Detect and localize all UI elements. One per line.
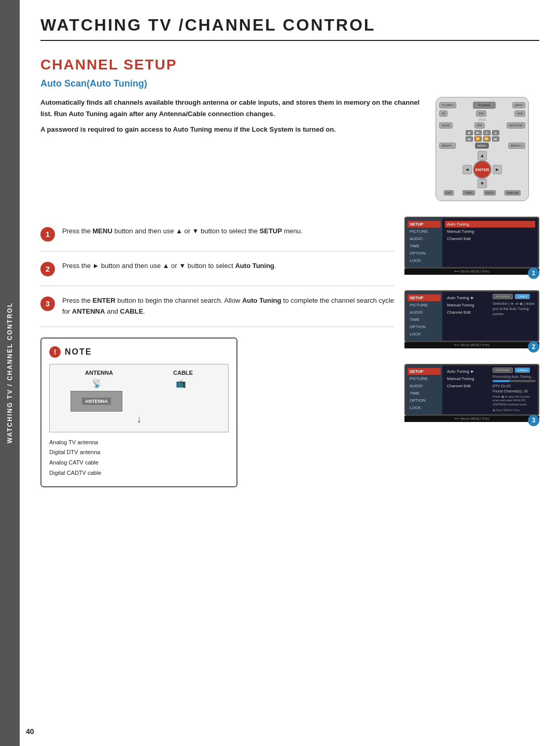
remote-top-row: TV INPUT POWER INPUT xyxy=(439,102,525,109)
nav-text: ◉ Next MENU Prev xyxy=(493,408,536,412)
scan-info: DTV Ch.23 Found Channel(s): 16 xyxy=(493,384,536,394)
step-3: 3 Press the ENTER button to begin the ch… xyxy=(40,286,394,327)
stop-btn: ■ xyxy=(466,130,473,135)
processing-text: Processing Auto Tuning... xyxy=(493,375,536,378)
scan-note: Press ◉ to stop the current scan and sta… xyxy=(493,395,536,407)
content-manualtuning-1: Manual Tuning xyxy=(445,228,535,235)
tv-content-2: Auto Tuning ► Manual Tuning Channel Edit xyxy=(442,292,491,341)
antenna-labels: ANTENNA CABLE xyxy=(55,370,223,376)
cable-label: CABLE xyxy=(173,370,193,376)
ratio-btn: RATIO xyxy=(484,190,496,195)
menu-setup-3: SETUP xyxy=(408,368,441,375)
screen-3-number: 3 xyxy=(528,415,539,426)
timer-btn: TIMER xyxy=(463,190,475,195)
tv-menu-1: SETUP PICTURE AUDIO TIME OPTION LOCK xyxy=(406,218,442,267)
menu-lock-2: LOCK xyxy=(408,331,441,337)
content-manualtuning-3: Manual Tuning xyxy=(445,375,488,382)
antenna-icon-left: 📡 xyxy=(92,378,102,388)
antenna-box-label: ANTENNA xyxy=(82,398,111,405)
input-btn: INPUT xyxy=(512,102,525,108)
screen-2: SETUP PICTURE AUDIO TIME OPTION LOCK Aut… xyxy=(404,290,539,348)
menu-audio-3: AUDIO xyxy=(408,383,441,389)
tv-bottom-1: ⟵ Move MENU Prev xyxy=(404,269,539,275)
screen-1-number: 1 xyxy=(528,268,539,279)
exit-btn: EXIT xyxy=(444,190,454,195)
content-channeledit-3: Channel Edit xyxy=(445,383,488,389)
content-autotuning-1: Auto Tuning xyxy=(445,221,535,228)
rewind-btn: ⏪ xyxy=(474,136,482,142)
sidebar: WATCHING TV / CHANNEL CONTROL xyxy=(0,0,20,746)
found-ch: Found Channel(s): 16 xyxy=(493,389,536,394)
antenna-icon-right: 📺 xyxy=(176,378,186,388)
next-btn: ⏭ xyxy=(492,136,499,142)
tv-sub-2: ANTENNA CABLE Selection ( ► or ◉ ) leads… xyxy=(491,292,538,341)
audio-row: AUDIO STB RECV/VOD xyxy=(439,122,525,129)
antenna-selector-2: ANTENNA CABLE xyxy=(493,294,536,299)
menu-time-3: TIME xyxy=(408,390,441,397)
dpad-middle: ◄ ENTER ► xyxy=(463,160,502,179)
step-2: 2 Press the ► button and then use ▲ or ▼… xyxy=(40,251,394,286)
note-item-3: Analog CATV cable xyxy=(49,458,229,468)
power-btn: POWER xyxy=(473,102,496,109)
content-channeledit-1: Channel Edit xyxy=(445,235,535,242)
screen-3: SETUP PICTURE AUDIO TIME OPTION LOCK Aut… xyxy=(404,364,539,422)
dvd-row: TV DVD VCR xyxy=(439,110,525,117)
steps-and-screens: 1 Press the MENU button and then use ▲ o… xyxy=(40,217,539,487)
menu-option-1: OPTION xyxy=(408,250,441,257)
description: Automatically finds all channels availab… xyxy=(40,97,420,201)
step-1-number: 1 xyxy=(40,227,55,242)
note-diagram: ANTENNA CABLE 📡 📺 ANTENNA ↓ xyxy=(49,364,229,432)
note-item-4: Digital CADTV cable xyxy=(49,468,229,478)
progress-bar xyxy=(493,380,510,382)
remote-illustration: TV INPUT POWER INPUT TV DVD VCR MODE AUD… xyxy=(436,97,539,201)
progress-bar-container xyxy=(493,380,536,382)
tv-screen-1: SETUP PICTURE AUDIO TIME OPTION LOCK Aut… xyxy=(404,217,539,269)
step-2-number: 2 xyxy=(40,262,55,276)
note-box: ! NOTE ANTENNA CABLE 📡 📺 xyxy=(40,337,237,487)
nav-row: ⏮ ⏪ ⏩ ⏭ xyxy=(439,136,525,142)
top-section: Automatically finds all channels availab… xyxy=(40,97,539,201)
tv-menu-2: SETUP PICTURE AUDIO TIME OPTION LOCK xyxy=(406,292,442,341)
mode-row: MODE xyxy=(439,118,525,121)
step-3-text: Press the ENTER button to begin the chan… xyxy=(62,295,394,317)
step-1: 1 Press the MENU button and then use ▲ o… xyxy=(40,217,394,251)
up-btn: ▲ xyxy=(478,151,487,160)
desc-para-1: Automatically finds all channels availab… xyxy=(40,97,420,120)
right-btn: ► xyxy=(493,165,502,174)
menu-picture-2: PICTURE xyxy=(408,302,441,308)
menu-setup-2: SETUP xyxy=(408,294,441,301)
content-channeledit-2: Channel Edit xyxy=(445,309,488,316)
menu-picture-1: PICTURE xyxy=(408,228,441,235)
main-content: WATCHING TV /CHANNEL CONTROL CHANNEL SET… xyxy=(20,0,560,508)
tv-info-2: Selection ( ► or ◉ ) leads you to the Au… xyxy=(493,301,536,316)
step-2-text: Press the ► button and then use ▲ or ▼ b… xyxy=(62,261,276,272)
menu-audio-1: AUDIO xyxy=(408,235,441,242)
cable-opt-2: CABLE xyxy=(515,294,530,299)
desc-para-2: A password is required to gain access to… xyxy=(40,124,420,135)
tv-screen-3: SETUP PICTURE AUDIO TIME OPTION LOCK Aut… xyxy=(404,364,539,416)
tv-bottom-3: ⟵ Move MENU Prev xyxy=(404,416,539,422)
tv-content-3: Auto Tuning ► Manual Tuning Channel Edit xyxy=(442,365,491,414)
sidebar-label: WATCHING TV / CHANNEL CONTROL xyxy=(6,302,13,443)
antenna-icons: 📡 📺 xyxy=(55,378,223,388)
antenna-label: ANTENNA xyxy=(85,370,113,376)
sub-title: Auto Scan(Auto Tuning) xyxy=(40,78,539,89)
menu-time-1: TIME xyxy=(408,243,441,249)
antenna-opt-3: ANTENNA xyxy=(493,368,513,373)
bright-menu-row: BRIGHT - MENU BRIGHT + xyxy=(439,143,525,149)
dvd-btn: DVD xyxy=(476,110,487,117)
tv-menu-3: SETUP PICTURE AUDIO TIME OPTION LOCK xyxy=(406,365,442,414)
content-manualtuning-2: Manual Tuning xyxy=(445,302,488,308)
note-icon: ! xyxy=(49,346,61,358)
cable-opt-3: CABLE xyxy=(515,368,530,373)
bright-minus-btn: BRIGHT - xyxy=(439,143,456,149)
remote-control: TV INPUT POWER INPUT TV DVD VCR MODE AUD… xyxy=(436,97,529,201)
enter-btn: ENTER xyxy=(473,160,492,179)
note-title: NOTE xyxy=(65,347,92,357)
screens-column: SETUP PICTURE AUDIO TIME OPTION LOCK Aut… xyxy=(404,217,539,487)
tv-input-btn: TV INPUT xyxy=(439,102,456,108)
pause-btn: ⏸ xyxy=(483,130,491,135)
audio-btn: AUDIO xyxy=(439,122,453,129)
antenna-selector-3: ANTENNA CABLE xyxy=(493,368,536,373)
screen-1: SETUP PICTURE AUDIO TIME OPTION LOCK Aut… xyxy=(404,217,539,275)
